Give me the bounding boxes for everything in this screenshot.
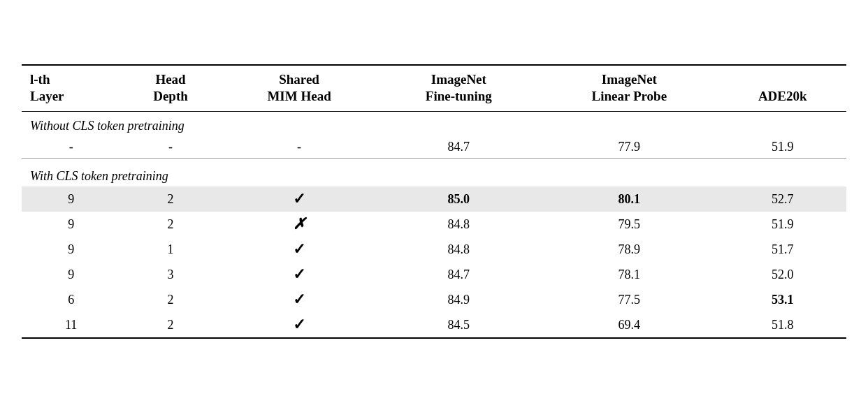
- section-label: With CLS token pretraining: [22, 162, 846, 186]
- col-header-imagenet-ft: ImageNet Fine-tuning: [377, 65, 540, 112]
- table-row: 92✗84.879.551.9: [22, 212, 846, 237]
- cell-imagenet-lp: 78.9: [540, 237, 718, 262]
- cell-head-depth: 2: [120, 287, 220, 312]
- cell-head-depth: -: [120, 136, 220, 159]
- cell-imagenet-ft: 84.5: [377, 312, 540, 338]
- cell-head-depth: 1: [120, 237, 220, 262]
- table-row: 92✓85.080.152.7: [22, 186, 846, 212]
- cell-shared-mim: ✗: [221, 212, 378, 237]
- table-row: ---84.777.951.9: [22, 136, 846, 159]
- cell-imagenet-ft: 84.8: [377, 212, 540, 237]
- results-table: l-th Layer Head Depth Shared MIM Head Im…: [22, 64, 846, 339]
- cell-shared-mim: -: [221, 136, 378, 159]
- cell-ade20k: 51.7: [718, 237, 846, 262]
- cell-ade20k: 52.7: [718, 186, 846, 212]
- cell-layer: 9: [22, 262, 120, 287]
- cell-imagenet-lp: 77.9: [540, 136, 718, 159]
- cell-head-depth: 3: [120, 262, 220, 287]
- cell-imagenet-lp: 79.5: [540, 212, 718, 237]
- cell-shared-mim: ✓: [221, 237, 378, 262]
- cell-layer: 9: [22, 237, 120, 262]
- col-header-shared-mim: Shared MIM Head: [221, 65, 378, 112]
- cell-head-depth: 2: [120, 186, 220, 212]
- section-label-row: With CLS token pretraining: [22, 162, 846, 186]
- col-header-ade20k: ADE20k: [718, 65, 846, 112]
- cell-imagenet-lp: 69.4: [540, 312, 718, 338]
- table-row: 91✓84.878.951.7: [22, 237, 846, 262]
- cell-ade20k: 52.0: [718, 262, 846, 287]
- cell-ade20k: 51.9: [718, 212, 846, 237]
- cell-imagenet-lp: 77.5: [540, 287, 718, 312]
- cell-imagenet-lp: 80.1: [540, 186, 718, 212]
- cell-layer: 9: [22, 186, 120, 212]
- cell-shared-mim: ✓: [221, 262, 378, 287]
- col-header-imagenet-lp: ImageNet Linear Probe: [540, 65, 718, 112]
- cell-ade20k: 51.9: [718, 136, 846, 159]
- cell-imagenet-ft: 85.0: [377, 186, 540, 212]
- cell-shared-mim: ✓: [221, 287, 378, 312]
- cell-head-depth: 2: [120, 212, 220, 237]
- header-row: l-th Layer Head Depth Shared MIM Head Im…: [22, 65, 846, 112]
- cell-layer: 9: [22, 212, 120, 237]
- cell-layer: -: [22, 136, 120, 159]
- cell-imagenet-ft: 84.9: [377, 287, 540, 312]
- table-row: 112✓84.569.451.8: [22, 312, 846, 338]
- section-label: Without CLS token pretraining: [22, 111, 846, 136]
- table-container: l-th Layer Head Depth Shared MIM Head Im…: [22, 64, 846, 339]
- cell-imagenet-ft: 84.8: [377, 237, 540, 262]
- cell-shared-mim: ✓: [221, 186, 378, 212]
- cell-imagenet-ft: 84.7: [377, 262, 540, 287]
- cell-head-depth: 2: [120, 312, 220, 338]
- cell-imagenet-ft: 84.7: [377, 136, 540, 159]
- cell-imagenet-lp: 78.1: [540, 262, 718, 287]
- section-label-row: Without CLS token pretraining: [22, 111, 846, 136]
- cell-shared-mim: ✓: [221, 312, 378, 338]
- cell-layer: 11: [22, 312, 120, 338]
- col-header-layer: l-th Layer: [22, 65, 120, 112]
- col-header-head-depth: Head Depth: [120, 65, 220, 112]
- cell-layer: 6: [22, 287, 120, 312]
- table-row: 62✓84.977.553.1: [22, 287, 846, 312]
- cell-ade20k: 51.8: [718, 312, 846, 338]
- table-row: 93✓84.778.152.0: [22, 262, 846, 287]
- cell-ade20k: 53.1: [718, 287, 846, 312]
